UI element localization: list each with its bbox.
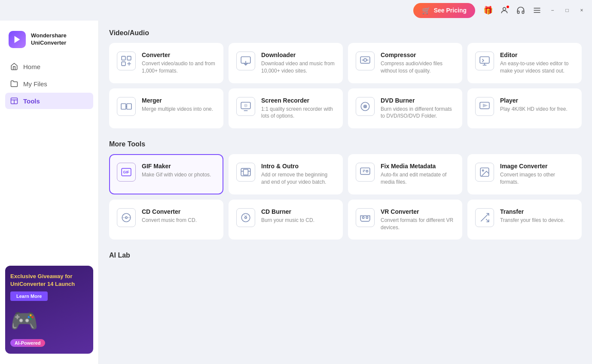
tool-card-transfer[interactable]: Transfer Transfer your files to device. <box>467 200 582 240</box>
promo-title: Exclusive Giveaway for UniConverter 14 L… <box>10 273 88 288</box>
user-account-icon[interactable] <box>498 4 510 16</box>
video-audio-section: Video/Audio Converter Convert video/audi… <box>109 29 582 128</box>
tool-card-vr-converter[interactable]: VR Converter Convert formats for differe… <box>348 200 462 240</box>
editor-icon <box>475 52 494 70</box>
svg-point-26 <box>365 106 366 107</box>
vr-converter-desc: Convert formats for different VR devices… <box>381 217 455 231</box>
downloader-info: Downloader Download video and music from… <box>261 52 335 75</box>
ai-lab-section-title: AI Lab <box>109 252 582 259</box>
merger-icon <box>117 97 136 116</box>
folder-icon <box>10 80 18 88</box>
vr-converter-icon <box>356 208 375 227</box>
intro-outro-icon <box>236 163 255 182</box>
dvd-burner-name: DVD Burner <box>381 97 455 104</box>
more-tools-section: More Tools GIF GIF Maker Make Gif with v… <box>109 140 582 240</box>
titlebar: 🛒 See Pricing 🎁 − □ × <box>0 0 592 21</box>
brand-name-line1: Wondershare <box>31 32 67 39</box>
sidebar-tools-label: Tools <box>23 97 40 105</box>
user-notification-dot <box>506 5 510 9</box>
sidebar-item-tools[interactable]: Tools <box>5 93 93 109</box>
dvd-burner-icon <box>356 97 375 116</box>
converter-desc: Convert video/audio to and from 1,000+ f… <box>142 60 216 75</box>
see-pricing-button[interactable]: 🛒 See Pricing <box>413 3 475 18</box>
tool-card-merger[interactable]: Merger Merge multiple videos into one. <box>109 88 223 129</box>
svg-rect-15 <box>480 57 489 63</box>
menu-icon[interactable] <box>531 4 543 16</box>
titlebar-action-icons: 🎁 − □ × <box>482 4 587 16</box>
svg-point-44 <box>366 217 368 218</box>
gif-maker-name: GIF Maker <box>142 163 216 170</box>
svg-point-38 <box>482 170 484 171</box>
minimize-button[interactable]: − <box>547 5 558 15</box>
sidebar-home-label: Home <box>23 63 40 70</box>
svg-point-41 <box>241 213 250 222</box>
tool-card-converter[interactable]: Converter Convert video/audio to and fro… <box>109 43 223 83</box>
tool-card-compressor[interactable]: Compressor Compress audio/video files wi… <box>348 43 462 83</box>
cart-icon: 🛒 <box>422 6 430 15</box>
svg-point-40 <box>125 217 127 218</box>
player-icon <box>475 97 494 116</box>
svg-text:GIF: GIF <box>123 170 129 174</box>
tool-card-intro-outro[interactable]: Intro & Outro Add or remove the beginnin… <box>229 154 343 194</box>
gif-maker-desc: Make Gif with video or photos. <box>142 171 216 179</box>
svg-point-36 <box>366 170 368 172</box>
svg-marker-4 <box>15 36 20 43</box>
promo-image-placeholder: 🎮 <box>10 308 88 334</box>
tools-icon <box>10 97 18 105</box>
sidebar-item-my-files[interactable]: My Files <box>5 76 93 92</box>
compressor-name: Compressor <box>381 52 455 58</box>
promo-learn-more-button[interactable]: Learn More <box>10 291 48 301</box>
maximize-button[interactable]: □ <box>562 5 572 15</box>
close-button[interactable]: × <box>577 5 587 15</box>
tool-card-downloader[interactable]: Downloader Download video and music from… <box>229 43 343 83</box>
gift-icon[interactable]: 🎁 <box>482 4 494 16</box>
player-info: Player Play 4K/8K HD video for free. <box>500 97 574 113</box>
svg-point-43 <box>363 217 364 218</box>
merger-name: Merger <box>142 97 216 104</box>
tool-card-cd-burner[interactable]: CD Burner Burn your music to CD. <box>229 200 343 240</box>
svg-rect-19 <box>127 103 131 109</box>
screen-recorder-desc: 1:1 quality screen recorder with lots of… <box>261 106 335 120</box>
promo-ai-badge: AI-Powered <box>10 339 45 347</box>
editor-desc: An easy-to-use video editor to make your… <box>500 60 574 75</box>
compressor-desc: Compress audio/video files without loss … <box>381 60 455 75</box>
cd-converter-info: CD Converter Convert music from CD. <box>142 208 216 224</box>
svg-rect-8 <box>122 56 125 60</box>
svg-point-0 <box>503 7 506 10</box>
screen-recorder-name: Screen Recorder <box>261 97 335 104</box>
tool-card-fix-media-metadata[interactable]: Fix Media Metadata Auto-fix and edit met… <box>348 154 462 194</box>
screen-recorder-info: Screen Recorder 1:1 quality screen recor… <box>261 97 335 120</box>
fix-media-metadata-name: Fix Media Metadata <box>381 163 455 170</box>
tool-card-screen-recorder[interactable]: Screen Recorder 1:1 quality screen recor… <box>229 88 343 129</box>
converter-info: Converter Convert video/audio to and fro… <box>142 52 216 75</box>
player-name: Player <box>500 97 574 104</box>
svg-marker-28 <box>483 104 487 107</box>
intro-outro-desc: Add or remove the beginning and end of y… <box>261 171 335 186</box>
cd-burner-desc: Burn your music to CD. <box>261 217 335 224</box>
brand-name: Wondershare UniConverter <box>31 32 67 47</box>
sidebar-item-home[interactable]: Home <box>5 58 93 75</box>
tool-card-player[interactable]: Player Play 4K/8K HD video for free. <box>467 88 582 129</box>
tool-card-image-converter[interactable]: Image Converter Convert images to other … <box>467 154 582 194</box>
app-logo <box>9 31 26 48</box>
cd-burner-icon <box>236 208 255 227</box>
svg-point-22 <box>244 104 247 107</box>
tool-card-gif-maker[interactable]: GIF GIF Maker Make Gif with video or pho… <box>109 154 223 194</box>
svg-rect-34 <box>244 170 248 175</box>
intro-outro-name: Intro & Outro <box>261 163 335 170</box>
home-icon <box>10 63 18 70</box>
svg-line-46 <box>486 219 489 222</box>
editor-info: Editor An easy-to-use video editor to ma… <box>500 52 574 75</box>
more-tools-section-title: More Tools <box>109 140 582 148</box>
compressor-info: Compressor Compress audio/video files wi… <box>381 52 455 75</box>
tool-card-cd-converter[interactable]: CD Converter Convert music from CD. <box>109 200 223 240</box>
editor-name: Editor <box>500 52 574 58</box>
video-audio-tools-grid: Converter Convert video/audio to and fro… <box>109 43 582 128</box>
tool-card-editor[interactable]: Editor An easy-to-use video editor to ma… <box>467 43 582 83</box>
headset-icon[interactable] <box>515 4 527 16</box>
brand-logo-area: Wondershare UniConverter <box>0 27 98 58</box>
vr-converter-info: VR Converter Convert formats for differe… <box>381 208 455 231</box>
more-tools-grid: GIF GIF Maker Make Gif with video or pho… <box>109 154 582 240</box>
tool-card-dvd-burner[interactable]: DVD Burner Burn videos in different form… <box>348 88 462 129</box>
downloader-desc: Download video and music from 10,000+ vi… <box>261 60 335 75</box>
